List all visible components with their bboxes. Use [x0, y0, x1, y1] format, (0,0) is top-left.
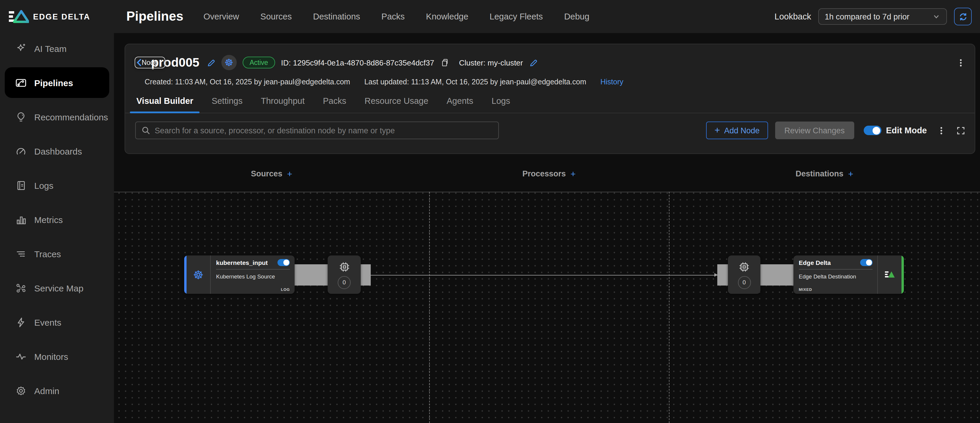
- edit-name-button[interactable]: [206, 58, 215, 67]
- add-node-button[interactable]: + Add Node: [706, 122, 768, 139]
- edge-delta-logo[interactable]: EDGE DELTA: [9, 10, 114, 24]
- top-nav: Overview Sources Destinations Packs Know…: [204, 12, 589, 21]
- cpu-chip-icon: [338, 260, 350, 273]
- sidebar-item-dashboards[interactable]: Dashboards: [5, 136, 109, 166]
- source-node-subtitle: Kubernetes Log Source: [216, 273, 290, 280]
- nav-knowledge[interactable]: Knowledge: [426, 12, 468, 21]
- nav-packs[interactable]: Packs: [381, 12, 405, 21]
- sidebar-item-metrics[interactable]: Metrics: [5, 204, 109, 235]
- pipeline-edge: [371, 275, 717, 276]
- edge-delta-logo-icon: [9, 10, 29, 24]
- tab-throughput[interactable]: Throughput: [260, 96, 306, 112]
- copy-icon: [440, 59, 449, 67]
- network-icon: [15, 282, 27, 293]
- kebab-menu-icon: [956, 58, 965, 67]
- pipeline-menu-button[interactable]: [956, 58, 965, 67]
- nav-destinations[interactable]: Destinations: [313, 12, 360, 21]
- review-changes-button[interactable]: Review Changes: [775, 122, 854, 139]
- nav-debug[interactable]: Debug: [564, 12, 589, 21]
- traces-icon: [15, 248, 27, 259]
- destination-node-title: Edge Delta: [799, 259, 831, 266]
- destinations-column-label: Destinations: [795, 170, 843, 178]
- destinations-column-header: Destinations +: [669, 169, 980, 179]
- processors-column-header: Processors +: [429, 169, 669, 179]
- plus-icon: +: [714, 125, 720, 135]
- main-content: prod005 ☸ Active Node ID: 1295c9f4-0e1a-…: [114, 33, 980, 423]
- processor-count-badge: 0: [338, 276, 351, 289]
- nav-legacy-fleets[interactable]: Legacy Fleets: [490, 12, 543, 21]
- edit-mode-toggle[interactable]: [864, 126, 881, 135]
- last-updated-text: Last updated: 11:13 AM, Oct 16, 2025 by …: [364, 78, 586, 86]
- sidebar-item-logs[interactable]: Logs: [5, 170, 109, 201]
- sidebar-item-ai-team[interactable]: AI Team: [5, 33, 109, 64]
- pipeline-meta-row: Created: 11:03 AM, Oct 16, 2025 by jean-…: [125, 78, 975, 86]
- search-icon: [141, 126, 151, 135]
- tab-logs[interactable]: Logs: [490, 96, 511, 112]
- refresh-icon: [958, 11, 968, 22]
- connector-block: [760, 264, 794, 285]
- sources-column-header: Sources +: [114, 169, 429, 179]
- canvas-menu-button[interactable]: [937, 126, 946, 135]
- add-destination-button[interactable]: +: [848, 169, 853, 179]
- add-processor-button[interactable]: +: [571, 169, 576, 179]
- tab-agents[interactable]: Agents: [445, 96, 474, 112]
- toggle-knob: [873, 127, 880, 134]
- copy-id-button[interactable]: [440, 59, 449, 67]
- nav-overview[interactable]: Overview: [204, 12, 239, 21]
- node-search-input[interactable]: [135, 122, 499, 139]
- pipeline-tabs: Visual Builder Settings Throughput Packs…: [125, 92, 975, 113]
- fullscreen-button[interactable]: [956, 126, 965, 135]
- fullscreen-icon: [956, 126, 965, 135]
- page-title: Pipelines: [126, 9, 183, 24]
- source-node-kubernetes-input[interactable]: ☸ kubernetes_input Kubernetes Log Source…: [184, 255, 294, 294]
- sidebar-item-admin[interactable]: Admin: [5, 375, 109, 406]
- sparkle-icon: [15, 43, 27, 54]
- sidebar-item-label: Recommendations: [34, 112, 108, 122]
- pipeline-header-row: prod005 ☸ Active Node ID: 1295c9f4-0e1a-…: [125, 52, 975, 73]
- sidebar-item-label: Dashboards: [34, 146, 82, 156]
- sources-column-label: Sources: [251, 170, 283, 178]
- cluster-label: Cluster: my-cluster: [459, 58, 523, 67]
- tab-settings[interactable]: Settings: [210, 96, 244, 112]
- kubernetes-icon: ☸: [221, 55, 236, 70]
- sidebar-item-traces[interactable]: Traces: [5, 238, 109, 269]
- sidebar-item-events[interactable]: Events: [5, 307, 109, 337]
- sidebar-item-label: Logs: [34, 180, 53, 190]
- sidebar-item-service-map[interactable]: Service Map: [5, 272, 109, 303]
- status-badge: Active: [242, 57, 275, 68]
- destination-node-edge-delta[interactable]: Edge Delta Edge Delta Destination MIXED: [794, 255, 904, 294]
- source-processor-node[interactable]: 0: [328, 255, 361, 294]
- tab-resource-usage[interactable]: Resource Usage: [363, 96, 430, 112]
- sidebar-item-recommendations[interactable]: Recommendations: [5, 101, 109, 132]
- edit-cluster-button[interactable]: [529, 58, 538, 67]
- pipeline-header-card: prod005 ☸ Active Node ID: 1295c9f4-0e1a-…: [124, 44, 975, 154]
- lookback-select[interactable]: 1h compared to 7d prior: [818, 8, 947, 25]
- nav-sources[interactable]: Sources: [260, 12, 292, 21]
- tab-visual-builder[interactable]: Visual Builder: [135, 96, 194, 112]
- pulse-icon: [15, 351, 27, 362]
- bar-chart-icon: [15, 214, 27, 225]
- sidebar-item-monitors[interactable]: Monitors: [5, 341, 109, 372]
- canvas-dot-grid: [114, 192, 980, 423]
- tab-packs[interactable]: Packs: [322, 96, 347, 112]
- node-divider: [216, 269, 290, 269]
- connector-block: [361, 264, 371, 285]
- processor-count-badge: 0: [738, 276, 751, 289]
- refresh-button[interactable]: [954, 8, 972, 25]
- toggle-knob: [284, 260, 289, 265]
- pipeline-icon: [15, 77, 27, 88]
- topbar-right-controls: Lookback 1h compared to 7d prior: [775, 8, 972, 25]
- pencil-icon: [529, 58, 538, 67]
- edit-mode-label: Edit Mode: [886, 126, 927, 135]
- top-bar: EDGE DELTA Pipelines Overview Sources De…: [0, 0, 980, 33]
- sidebar-item-pipelines[interactable]: Pipelines: [5, 67, 109, 98]
- pencil-icon: [206, 58, 215, 67]
- destination-processor-node[interactable]: 0: [728, 255, 760, 294]
- builder-toolbar-right: + Add Node Review Changes Edit Mode: [706, 122, 965, 139]
- source-node-toggle[interactable]: [277, 259, 290, 266]
- destination-node-toggle[interactable]: [860, 259, 873, 266]
- pipeline-canvas[interactable]: Sources + Processors + Destinations +: [114, 154, 980, 423]
- source-node-title: kubernetes_input: [216, 259, 268, 266]
- history-link[interactable]: History: [600, 78, 624, 86]
- add-source-button[interactable]: +: [287, 169, 293, 179]
